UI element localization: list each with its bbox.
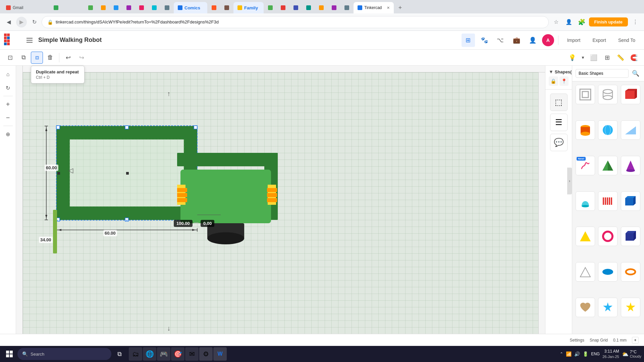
snap-value[interactable]: 0.1 mm bbox=[613, 338, 627, 343]
avatar[interactable]: A bbox=[542, 34, 554, 46]
weather-widget[interactable]: ⛅ 7°C Cloudy bbox=[622, 350, 641, 358]
taskbar-search-text[interactable]: Search bbox=[31, 352, 44, 357]
shape-wedge[interactable] bbox=[621, 120, 640, 140]
browser-tab[interactable]: Gmail bbox=[3, 2, 50, 13]
browser-tab-small-15[interactable] bbox=[328, 2, 340, 13]
briefcase-button[interactable]: 💼 bbox=[510, 34, 523, 47]
shapes-location-button[interactable]: 📍 bbox=[559, 76, 569, 86]
shape-star-yellow[interactable] bbox=[621, 298, 640, 317]
shape-torus[interactable] bbox=[598, 227, 618, 246]
browser-tab-small-9[interactable] bbox=[221, 2, 233, 13]
browser-tab-small-16[interactable] bbox=[341, 2, 353, 13]
shapes-category-select[interactable]: Basic Shapes Featured Letters bbox=[576, 69, 629, 78]
grid-btn[interactable]: ⊞ bbox=[601, 52, 613, 64]
shape-box-blue[interactable] bbox=[621, 191, 640, 211]
extensions-button[interactable]: 🧩 bbox=[576, 17, 587, 27]
hamburger-button[interactable] bbox=[23, 34, 36, 46]
browser-tab-small-6[interactable] bbox=[148, 2, 160, 13]
home-view-button[interactable]: ⌂ bbox=[2, 68, 14, 80]
view-flat-btn[interactable]: ☰ bbox=[550, 114, 568, 131]
taskbar-app-6[interactable]: ⚙ bbox=[199, 347, 213, 361]
taskbar-app-word[interactable]: W bbox=[213, 347, 227, 361]
snap-btn[interactable]: 🧲 bbox=[628, 52, 640, 64]
shape-cylinder-hollow[interactable] bbox=[598, 85, 618, 104]
canvas-area[interactable]: 60.00 60.00 34.00 100.00 — 0.00 ↑ ◁ ↓ bbox=[16, 66, 545, 334]
taskbar-app-5[interactable]: ✉ bbox=[185, 347, 199, 361]
zoom-fit-button[interactable]: ⊕ bbox=[2, 128, 14, 140]
redo-button[interactable]: ↪ bbox=[75, 52, 88, 64]
copy-button[interactable]: ⧉ bbox=[17, 52, 30, 64]
send-to-button[interactable]: Send To bbox=[613, 35, 640, 46]
shape-box-hollow[interactable] bbox=[576, 85, 595, 104]
view-chat-btn[interactable]: 💬 bbox=[550, 134, 568, 151]
user-button[interactable]: 👤 bbox=[526, 34, 539, 47]
windows-start-button[interactable] bbox=[3, 347, 16, 361]
shape-box-dark-blue[interactable] bbox=[621, 227, 640, 246]
panel-collapse-handle[interactable]: › bbox=[567, 168, 572, 194]
collapse-icon[interactable]: ▼ bbox=[549, 69, 553, 74]
new-tab-btn[interactable]: + bbox=[394, 2, 406, 13]
bookmarks-button[interactable]: ☆ bbox=[551, 17, 561, 27]
delete-button[interactable]: 🗑 bbox=[44, 52, 56, 64]
zoom-out-button[interactable]: − bbox=[2, 112, 14, 124]
snap-increase[interactable]: + bbox=[632, 337, 639, 344]
reload-button[interactable]: ↻ bbox=[29, 17, 40, 27]
browser-tab-small-12[interactable] bbox=[290, 2, 302, 13]
dim-popup-000[interactable]: 0.00 bbox=[201, 220, 214, 227]
profile-button[interactable]: 👤 bbox=[564, 17, 574, 27]
browser-tab-small-8[interactable] bbox=[208, 2, 220, 13]
measure-btn[interactable]: 📏 bbox=[614, 52, 627, 64]
browser-tab-small-1[interactable] bbox=[85, 2, 97, 13]
taskbar-search[interactable]: 🔍 Search bbox=[17, 348, 111, 360]
taskbar-app-3[interactable]: 🎮 bbox=[157, 347, 170, 361]
ruler-btn[interactable]: ⬜ bbox=[588, 52, 600, 64]
shape-pyramid-yellow[interactable] bbox=[576, 227, 595, 246]
browser-tab-family[interactable]: Family bbox=[233, 2, 264, 13]
back-button[interactable]: ◀ bbox=[3, 17, 14, 27]
select-tool-button[interactable]: ⊡ bbox=[4, 52, 16, 64]
shape-star-blue[interactable] bbox=[598, 298, 618, 317]
browser-tab-comics[interactable]: Comics bbox=[174, 2, 207, 13]
task-view-button[interactable]: ⧉ bbox=[113, 347, 126, 361]
address-bar[interactable]: 🔒 tinkercad.com/things/dSAIcWYfPe/edit?r… bbox=[42, 16, 549, 28]
browser-tab-small-11[interactable] bbox=[277, 2, 289, 13]
shape-paraboloid[interactable] bbox=[576, 191, 595, 211]
shape-scribble[interactable]: New! bbox=[576, 156, 595, 175]
shape-cone[interactable] bbox=[621, 156, 640, 175]
shapes-search-button[interactable]: 🔍 bbox=[631, 68, 641, 78]
time-date-display[interactable]: 3:11 AM 26-Jan-25 bbox=[602, 349, 619, 359]
dim-popup-100[interactable]: 100.00 bbox=[174, 220, 193, 227]
browser-tab-small-3[interactable] bbox=[110, 2, 122, 13]
taskbar-app-1[interactable]: 🗂 bbox=[129, 347, 142, 361]
browser-tab-small-13[interactable] bbox=[303, 2, 315, 13]
shape-cone-gray[interactable] bbox=[576, 262, 595, 282]
finish-update-button[interactable]: Finish update bbox=[589, 17, 628, 26]
undo-button[interactable]: ↩ bbox=[62, 52, 74, 64]
shapes-lock-button[interactable]: 🔒 bbox=[549, 76, 558, 86]
taskbar-app-4[interactable]: 🎯 bbox=[171, 347, 184, 361]
shape-cylinder[interactable] bbox=[576, 120, 595, 140]
shape-torus-orange[interactable] bbox=[621, 262, 640, 282]
duplicate-repeat-button[interactable]: ⧈ bbox=[31, 52, 43, 64]
orbit-button[interactable]: ↻ bbox=[2, 82, 14, 94]
battery-icon[interactable]: 🔋 bbox=[583, 351, 588, 357]
paw-button[interactable]: 🐾 bbox=[478, 34, 491, 47]
shape-ellipse[interactable] bbox=[598, 262, 618, 282]
settings-label[interactable]: Settings bbox=[570, 338, 584, 343]
browser-tab-small-5[interactable] bbox=[136, 2, 148, 13]
shape-heart[interactable] bbox=[576, 298, 595, 317]
import-button[interactable]: Import bbox=[562, 35, 585, 46]
browser-tab-small-7[interactable] bbox=[161, 2, 173, 13]
browser-tab-tinkercad[interactable]: Tinkercad ✕ bbox=[354, 2, 394, 13]
browser-tab-maps[interactable] bbox=[50, 2, 84, 13]
tab-close-tinkercad[interactable]: ✕ bbox=[387, 6, 390, 10]
export-button[interactable]: Export bbox=[588, 35, 610, 46]
grid-view-button[interactable]: ⊞ bbox=[462, 34, 475, 47]
shape-box-red[interactable] bbox=[621, 85, 640, 104]
chrome-menu-button[interactable]: ⋮ bbox=[630, 17, 641, 27]
shape-sphere[interactable] bbox=[598, 120, 618, 140]
view-perspective-btn[interactable]: ⬚ bbox=[550, 94, 568, 111]
codeblocks-button[interactable]: ⌥ bbox=[494, 34, 507, 47]
browser-tab-small-14[interactable] bbox=[315, 2, 327, 13]
sound-icon[interactable]: 🔊 bbox=[574, 351, 580, 357]
